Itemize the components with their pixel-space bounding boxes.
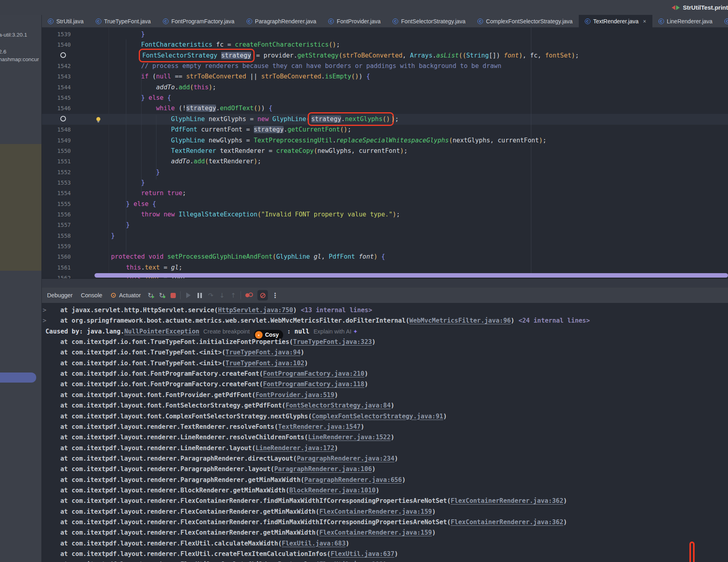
- step-over-button[interactable]: ↷: [206, 288, 216, 303]
- line-number[interactable]: 1554: [42, 188, 71, 199]
- stack-frame-link[interactable]: LineRenderer.java:1522: [308, 434, 391, 441]
- editor-tab-linerenderer-java[interactable]: CLineRenderer.java: [652, 15, 719, 27]
- explain-with-ai-action[interactable]: Explain with AI: [313, 328, 351, 335]
- code-line-1545: 1545 } else {: [42, 93, 728, 103]
- stack-frame-link[interactable]: ParagraphRenderer.java:106: [274, 465, 372, 473]
- editor-tab-textrenderer-java[interactable]: CTextRenderer.java×: [579, 15, 652, 27]
- console-stack-frame-row: at com.itextpdf.io.font.TrueTypeFont.ini…: [42, 337, 728, 348]
- expand-chevron-icon[interactable]: >: [43, 305, 46, 316]
- code-token: (): [351, 73, 359, 80]
- breakpoint-icon[interactable]: [60, 116, 66, 121]
- editor-tab-fontselectorstrategy-java[interactable]: CFontSelectorStrategy.java: [387, 15, 471, 27]
- left-panel-item[interactable]: 2.6: [0, 49, 6, 55]
- line-number[interactable]: 1543: [42, 71, 71, 82]
- code-editor[interactable]: 1539 }1540 FontCharacteristics fc = crea…: [42, 27, 728, 278]
- line-number[interactable]: 1556: [42, 209, 71, 220]
- tab-console[interactable]: Console: [81, 288, 102, 303]
- tab-actuator[interactable]: Actuator: [119, 288, 141, 303]
- editor-tab-fontprogramfactory-java[interactable]: CFontProgramFactory.java: [157, 15, 241, 27]
- line-number[interactable]: 1552: [42, 167, 71, 178]
- run-configuration[interactable]: StrUtilTest.print: [672, 0, 728, 15]
- left-panel-item[interactable]: a-util:3.20.1: [0, 32, 27, 38]
- line-number[interactable]: 1545: [42, 93, 71, 103]
- resume-button[interactable]: [183, 288, 193, 303]
- stack-frame-link[interactable]: TrueTypeFont.java:94: [226, 349, 301, 356]
- line-number[interactable]: 1550: [42, 146, 71, 156]
- stack-frame-link[interactable]: FlexUtil.java:637: [331, 550, 395, 558]
- stack-frame-link[interactable]: ParagraphRenderer.java:234: [297, 455, 395, 462]
- stack-frame-link[interactable]: ParagraphRenderer.java:656: [304, 476, 402, 484]
- code-token: return: [141, 189, 164, 197]
- editor-tab-fontprovider-java[interactable]: CFontProvider.java: [322, 15, 387, 27]
- line-number[interactable]: 1557: [42, 220, 71, 231]
- line-number[interactable]: 1560: [42, 251, 71, 262]
- editor-tab-strutil-java[interactable]: CStrUtil.java: [42, 15, 90, 27]
- stack-frame-link[interactable]: FlexUtil.java:683: [282, 540, 346, 547]
- stack-frame-link[interactable]: FlexContainerRenderer.java:159: [319, 508, 432, 515]
- console-stack-frame-row: at com.itextpdf.layout.renderer.FlexCont…: [42, 496, 728, 506]
- tab-debugger[interactable]: Debugger: [47, 288, 73, 303]
- more-options-button[interactable]: ⋮: [271, 288, 279, 303]
- stack-frame-link[interactable]: FontProgramFactory.java:210: [263, 370, 364, 377]
- close-tab-icon[interactable]: ×: [643, 18, 646, 25]
- stack-frame-link[interactable]: FontSelectorStrategy.java:84: [286, 402, 391, 409]
- expand-chevron-icon[interactable]: >: [43, 315, 46, 326]
- code-token: getStrategy: [297, 52, 339, 59]
- editor-tab-paragraphrenderer-java[interactable]: CParagraphRenderer.java: [241, 15, 323, 27]
- line-number[interactable]: 1542: [42, 61, 71, 72]
- rerun-button[interactable]: ↻: [146, 288, 155, 303]
- breakpoint-icon[interactable]: [60, 52, 66, 58]
- stack-frame-link[interactable]: WebMvcMetricsFilter.java:96: [409, 317, 511, 324]
- stack-frame-link[interactable]: TrueTypeFont.java:102: [226, 360, 304, 367]
- debug-toolbar: Debugger Console Actuator ↻ ↻ ↷ ↓ ↑: [42, 288, 728, 303]
- stack-frame-text: ): [361, 423, 364, 430]
- line-number[interactable]: 1551: [42, 156, 71, 167]
- line-number[interactable]: 1559: [42, 241, 71, 252]
- editor-tab-complexfontselectorstrategy-java[interactable]: CComplexFontSelectorStrategy.java: [471, 15, 578, 27]
- stack-frame-link[interactable]: TextRenderer.java:1547: [278, 423, 360, 430]
- stack-frame-link[interactable]: TrueTypeFont.java:323: [293, 338, 372, 346]
- debug-panel-divider[interactable]: [42, 278, 728, 288]
- editor-horizontal-scrollbar[interactable]: [95, 273, 728, 278]
- line-number[interactable]: 1539: [42, 29, 71, 40]
- line-number[interactable]: 1561: [42, 262, 71, 273]
- mute-breakpoints-button[interactable]: [257, 288, 269, 303]
- stack-frame-link[interactable]: ComplexFontSelectorStrategy.java:91: [312, 413, 443, 420]
- stack-frame-text: at com.itextpdf.layout.font.FontProvider…: [60, 391, 255, 399]
- step-into-button[interactable]: ↓: [217, 288, 227, 303]
- line-number[interactable]: 1549: [42, 135, 71, 146]
- stack-frame-link[interactable]: LineRenderer.java:172: [255, 445, 334, 452]
- line-number[interactable]: 1562: [42, 273, 71, 278]
- java-class-icon: C: [658, 19, 664, 24]
- stop-button[interactable]: [168, 288, 178, 303]
- line-number[interactable]: 1553: [42, 177, 71, 188]
- view-breakpoints-button[interactable]: [244, 288, 255, 303]
- stack-frame-link[interactable]: HttpServlet.java:750: [218, 307, 293, 314]
- code-token: ;: [543, 137, 546, 144]
- stack-frame-link[interactable]: FlexContainerRenderer.java:159: [319, 529, 432, 536]
- pause-button[interactable]: [195, 288, 204, 303]
- stack-frame-text: ): [304, 360, 308, 367]
- line-number[interactable]: 1558: [42, 231, 71, 241]
- stack-frame-link[interactable]: FlexContainerRenderer.java:362: [451, 519, 563, 526]
- create-breakpoint-action[interactable]: Create breakpoint: [204, 328, 250, 335]
- stack-frame-link[interactable]: FontProgramFactory.java:118: [263, 381, 364, 388]
- stack-frame-link[interactable]: FontProvider.java:519: [255, 391, 334, 399]
- editor-tab-flexutil-java[interactable]: CFlexUtil.java: [718, 15, 728, 27]
- line-number[interactable]: 1555: [42, 199, 71, 210]
- debug-console[interactable]: >at javax.servlet.http.HttpServlet.servi…: [42, 303, 728, 562]
- stack-frame-link[interactable]: BlockRenderer.java:1010: [289, 487, 376, 494]
- left-panel-item[interactable]: hashmap:concur: [0, 56, 39, 62]
- line-number[interactable]: 1540: [42, 39, 71, 50]
- exception-class-link[interactable]: NullPointerException: [124, 328, 199, 335]
- java-class-icon: C: [393, 19, 398, 24]
- line-number[interactable]: 1548: [42, 124, 71, 135]
- rerun-failed-button[interactable]: ↻: [157, 288, 167, 303]
- left-panel-selection[interactable]: [0, 373, 36, 383]
- stack-frame-link[interactable]: FlexContainerRenderer.java:362: [451, 497, 563, 504]
- line-number[interactable]: 1546: [42, 103, 71, 114]
- editor-tab-truetypefont-java[interactable]: CTrueTypeFont.java: [90, 15, 157, 27]
- stack-frame-text: at com.itextpdf.layout.renderer.BlockRen…: [60, 487, 289, 494]
- line-number[interactable]: 1544: [42, 82, 71, 93]
- step-out-button[interactable]: ↑: [228, 288, 238, 303]
